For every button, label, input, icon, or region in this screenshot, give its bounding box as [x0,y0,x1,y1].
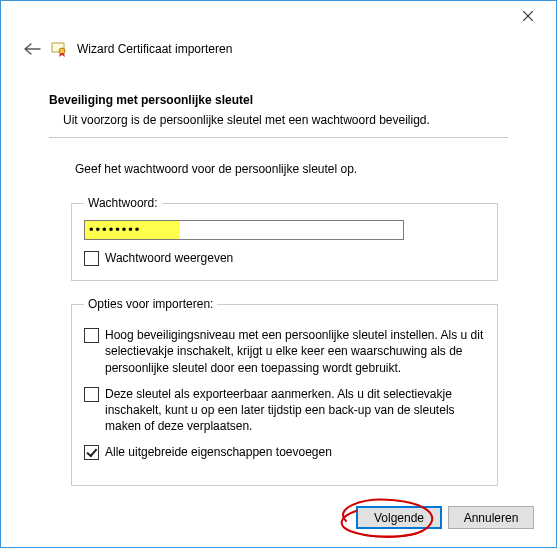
checkbox-checked-icon [84,445,99,460]
option-label: Alle uitgebreide eigenschappen toevoegen [105,444,485,460]
show-password-checkbox[interactable]: Wachtwoord weergeven [84,250,485,266]
checkbox-icon [84,251,99,266]
next-button[interactable]: Volgende [356,506,442,529]
option-extended-properties[interactable]: Alle uitgebreide eigenschappen toevoegen [84,444,485,460]
wizard-title: Wizard Certificaat importeren [77,42,232,56]
close-button[interactable] [506,2,550,30]
certificate-icon [51,41,67,57]
option-exportable[interactable]: Deze sleutel als exporteerbaar aanmerken… [84,386,485,435]
section-description: Uit voorzorg is de persoonlijke sleutel … [63,113,508,127]
password-group: Wachtwoord: •••••••• Wachtwoord weergeve… [71,196,498,281]
password-input[interactable]: •••••••• [84,220,404,240]
cancel-button[interactable]: Annuleren [448,506,534,529]
back-button[interactable] [23,42,41,56]
option-label: Hoog beveiligingsniveau met een persoonl… [105,327,485,376]
checkbox-icon [84,387,99,402]
divider [49,137,508,138]
section-subtitle: Beveiliging met persoonlijke sleutel [49,93,508,107]
instruction-text: Geef het wachtwoord voor de persoonlijke… [75,162,508,176]
checkbox-icon [84,328,99,343]
option-label: Deze sleutel als exporteerbaar aanmerken… [105,386,485,435]
option-strong-protection[interactable]: Hoog beveiligingsniveau met een persoonl… [84,327,485,376]
import-options-group: Opties voor importeren: Hoog beveiliging… [71,297,498,485]
password-legend: Wachtwoord: [84,196,162,210]
arrow-left-icon [23,42,41,56]
show-password-label: Wachtwoord weergeven [105,250,485,266]
options-legend: Opties voor importeren: [84,297,217,311]
close-icon [523,11,533,21]
